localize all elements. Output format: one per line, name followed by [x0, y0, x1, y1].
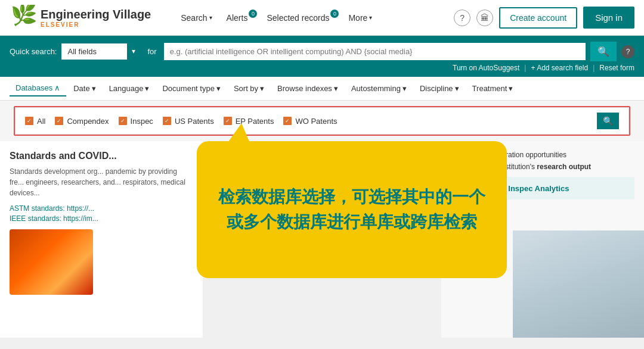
chevron-down-icon: ▾	[216, 84, 221, 93]
db-search-button[interactable]: 🔍	[597, 113, 619, 129]
callout-text: 检索数据库选择，可选择其中的一个 或多个数据库进行单库或跨库检索	[215, 185, 489, 235]
chevron-down-icon: ▾	[369, 14, 372, 21]
logo-area: 🌿 Engineering Village ELSEVIER	[10, 5, 151, 31]
filter-browse-indexes[interactable]: Browse indexes ▾	[271, 81, 344, 96]
add-search-field-link[interactable]: + Add search field	[531, 64, 588, 72]
db-us-patents[interactable]: ✓ US Patents	[163, 117, 214, 126]
filter-bar: Databases ∧ Date ▾ Language ▾ Document t…	[0, 77, 644, 101]
filter-databases[interactable]: Databases ∧	[10, 80, 66, 96]
header-actions: ? 🏛 Create account Sign in	[454, 7, 634, 29]
chevron-down-icon: ▾	[334, 84, 338, 93]
main-content: Standards and COVID... Standards develop…	[0, 141, 644, 338]
database-row: ✓ All ✓ Compendex ✓ Inspec ✓ US Patents …	[14, 107, 630, 135]
chevron-up-icon: ∧	[54, 83, 60, 92]
main-nav: Search ▾ Alerts 0 Selected records 0 Mor…	[175, 8, 454, 27]
elsevier-logo-icon: 🌿	[10, 5, 36, 31]
sign-in-button[interactable]: Sign in	[583, 7, 634, 29]
chevron-down-icon: ▾	[92, 84, 96, 93]
field-dropdown[interactable]: All fields	[61, 43, 127, 60]
nav-alerts[interactable]: Alerts 0	[221, 8, 259, 27]
callout-tooltip: 检索数据库选择，可选择其中的一个 或多个数据库进行单库或跨库检索	[197, 141, 507, 278]
ieee-link[interactable]: IEEE standards: https://im...	[10, 214, 193, 223]
search-input[interactable]	[164, 43, 586, 60]
chevron-down-icon: ▾	[509, 84, 513, 93]
chevron-down-icon: ▾	[455, 84, 459, 93]
database-section: ✓ All ✓ Compendex ✓ Inspec ✓ US Patents …	[0, 101, 644, 141]
db-all[interactable]: ✓ All	[25, 117, 45, 126]
article-image	[10, 229, 93, 295]
filter-language[interactable]: Language ▾	[103, 81, 156, 96]
db-wo-patents-checkbox[interactable]: ✓	[283, 117, 292, 125]
search-options: Turn on AutoSuggest | + Add search field…	[10, 61, 634, 73]
filter-date[interactable]: Date ▾	[67, 81, 101, 96]
db-inspec[interactable]: ✓ Inspec	[119, 117, 153, 126]
search-bar: Quick search: All fields ▾ for 🔍 ? Turn …	[0, 36, 644, 77]
astm-link[interactable]: ASTM standards: https://...	[10, 204, 193, 213]
search-row: Quick search: All fields ▾ for 🔍 ?	[10, 42, 634, 61]
nav-selected-records[interactable]: Selected records 0	[261, 8, 340, 27]
db-inspec-checkbox[interactable]: ✓	[119, 117, 127, 125]
alerts-badge: 0	[249, 10, 257, 18]
nav-search[interactable]: Search ▾	[175, 8, 218, 27]
chevron-down-icon: ▾	[260, 84, 264, 93]
svg-text:🌿: 🌿	[11, 5, 36, 27]
db-all-checkbox[interactable]: ✓	[25, 117, 33, 125]
reset-form-link[interactable]: Reset form	[599, 64, 634, 72]
db-us-patents-checkbox[interactable]: ✓	[163, 117, 171, 125]
search-help-icon[interactable]: ?	[621, 45, 634, 58]
chevron-down-icon: ▾	[402, 84, 407, 93]
field-dropdown-arrow[interactable]: ▾	[127, 43, 140, 60]
quick-search-label: Quick search:	[10, 47, 57, 56]
field-selector: All fields ▾	[61, 43, 140, 60]
autosuggest-link[interactable]: Turn on AutoSuggest	[453, 64, 519, 72]
for-label: for	[147, 47, 156, 56]
filter-document-type[interactable]: Document type ▾	[156, 81, 226, 96]
filter-autostemming[interactable]: Autostemming ▾	[345, 81, 413, 96]
db-compendex[interactable]: ✓ Compendex	[55, 117, 109, 126]
filter-sort-by[interactable]: Sort by ▾	[228, 81, 270, 96]
site-title: Engineering Village	[41, 8, 151, 21]
filter-treatment[interactable]: Treatment ▾	[466, 81, 519, 96]
chevron-down-icon: ▾	[209, 14, 212, 21]
publisher-name: ELSEVIER	[41, 21, 151, 28]
nav-more[interactable]: More ▾	[342, 8, 378, 27]
background-image	[513, 230, 644, 338]
search-button[interactable]: 🔍	[590, 42, 617, 61]
article-title: Standards and COVID...	[10, 151, 193, 161]
library-icon[interactable]: 🏛	[476, 10, 493, 26]
create-account-button[interactable]: Create account	[499, 7, 577, 29]
chevron-down-icon: ▾	[145, 84, 149, 93]
filter-discipline[interactable]: Discipline ▾	[414, 81, 465, 96]
db-wo-patents[interactable]: ✓ WO Patents	[283, 117, 337, 126]
article-text: Standards development org... pandemic by…	[10, 166, 193, 198]
help-icon[interactable]: ?	[454, 10, 470, 26]
db-compendex-checkbox[interactable]: ✓	[55, 117, 63, 125]
header: 🌿 Engineering Village ELSEVIER Search ▾ …	[0, 0, 644, 36]
logo-text: Engineering Village ELSEVIER	[41, 8, 151, 28]
selected-records-badge: 0	[330, 10, 339, 18]
article-panel: Standards and COVID... Standards develop…	[0, 141, 203, 338]
